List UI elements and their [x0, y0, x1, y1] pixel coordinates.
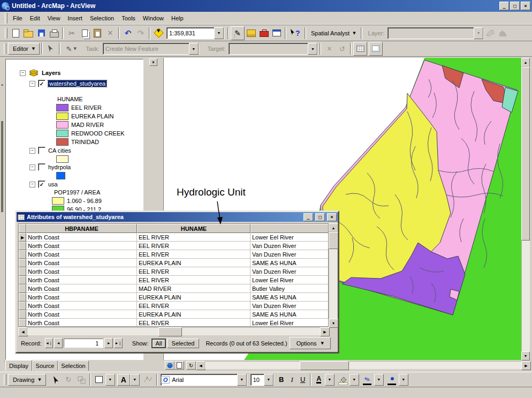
show-all-button[interactable]: All — [151, 339, 165, 348]
title-bar[interactable]: Untitled - ArcMap - ArcView _ □ × — [0, 0, 532, 12]
legend-swatch-eureka-plain[interactable] — [56, 112, 69, 120]
scrollbar-thumb[interactable] — [521, 67, 530, 241]
h-scrollbar-thumb[interactable] — [300, 361, 349, 370]
row-selector[interactable] — [19, 250, 26, 259]
tab-source[interactable]: Source — [32, 361, 58, 371]
next-record-button[interactable]: ► — [104, 338, 113, 348]
toc-layer-usa[interactable]: ✓ usa — [29, 181, 58, 188]
menu-file[interactable]: File — [9, 13, 26, 23]
table-horizontal-scrollbar[interactable] — [18, 327, 337, 335]
table-vertical-scrollbar[interactable] — [329, 223, 337, 327]
print-button[interactable] — [48, 27, 60, 40]
table-row[interactable]: ▶ North Coast EEL RIVER Lower Eel River — [19, 233, 328, 242]
shape-tool-dropdown[interactable] — [105, 374, 115, 386]
toc-layer-watershed[interactable]: ✓ watershed_studyarea — [29, 80, 107, 87]
underline-button[interactable]: U — [298, 373, 308, 386]
scale-dropdown-button[interactable] — [214, 27, 224, 39]
ca-cities-checkbox[interactable] — [38, 147, 45, 154]
toolbar-close-button[interactable]: × — [149, 58, 157, 66]
marker-color-button[interactable] — [386, 373, 399, 386]
table-row[interactable]: North Coast EEL RIVER Van Duzen River — [19, 267, 328, 276]
table-row[interactable]: North Coast EEL RIVER Van Duzen River — [19, 242, 328, 250]
line-color-button[interactable]: ✎ — [361, 373, 374, 386]
collapse-icon[interactable] — [20, 70, 26, 76]
collapse-icon[interactable] — [29, 81, 35, 87]
map-vertical-scrollbar[interactable] — [521, 58, 530, 360]
previous-record-button[interactable]: ◄ — [54, 338, 63, 348]
open-button[interactable] — [22, 27, 35, 40]
tab-display[interactable]: Display — [5, 360, 32, 371]
copy-button[interactable] — [78, 27, 91, 40]
paste-button[interactable] — [91, 27, 104, 40]
table-h-thumb[interactable] — [158, 327, 182, 336]
data-view-button[interactable] — [165, 361, 174, 370]
table-row[interactable]: North Coast MAD RIVER Butler Valley — [19, 284, 328, 293]
show-selected-button[interactable]: Selected — [167, 339, 200, 348]
legend-swatch-redwood-creek[interactable] — [56, 130, 69, 137]
toc-root-label[interactable]: Layers — [42, 70, 60, 76]
table-scroll-down[interactable] — [329, 319, 338, 328]
scroll-up-button[interactable] — [521, 58, 530, 67]
menu-window[interactable]: Window — [139, 13, 168, 23]
table-row[interactable]: North Coast EUREKA PLAIN SAME AS HUNA — [19, 310, 328, 319]
legend-swatch-hydrpola[interactable] — [56, 172, 65, 179]
toc-layer-hydrpola[interactable]: hydrpola — [29, 163, 71, 171]
layer-name-ca-cities[interactable]: CA cities — [48, 147, 71, 154]
scroll-down-button[interactable] — [521, 351, 530, 361]
maximize-button[interactable]: □ — [510, 2, 520, 10]
minimize-button[interactable]: _ — [499, 2, 509, 10]
fill-color-button[interactable] — [337, 373, 349, 386]
options-button[interactable]: Options ▼ — [290, 337, 331, 349]
table-row[interactable]: North Coast EUREKA PLAIN SAME AS HUNA — [19, 293, 328, 302]
command-window-button[interactable] — [270, 27, 283, 40]
tab-selection[interactable]: Selection — [58, 361, 89, 371]
legend-swatch-mad-river[interactable] — [56, 121, 69, 129]
shape-tool-button[interactable] — [93, 373, 105, 386]
layer-name-usa[interactable]: usa — [48, 181, 58, 187]
row-selector[interactable] — [19, 284, 26, 293]
save-button[interactable] — [35, 27, 48, 40]
sketch-properties-button[interactable] — [369, 42, 383, 56]
table-row[interactable]: North Coast EEL RIVER Lower Eel River — [19, 319, 328, 327]
legend-swatch-ca-cities[interactable] — [56, 155, 69, 163]
font-dropdown-button[interactable] — [237, 374, 247, 386]
toc-root-row[interactable]: Layers — [20, 69, 60, 77]
cut-button[interactable]: ✂ — [65, 27, 78, 40]
toc-layer-ca-cities[interactable]: CA cities — [29, 147, 71, 154]
row-selector[interactable] — [19, 276, 26, 284]
layer-name-watershed[interactable]: watershed_studyarea — [48, 80, 107, 87]
row-selector[interactable] — [19, 293, 26, 302]
hydrpola-checkbox[interactable] — [38, 163, 45, 171]
new-map-button[interactable] — [9, 27, 22, 40]
spatial-analyst-menu[interactable]: Spatial Analyst ▼ — [308, 28, 359, 38]
record-number-input[interactable]: 1 — [64, 339, 103, 348]
row-selector-current[interactable]: ▶ — [19, 233, 26, 242]
usa-checkbox[interactable]: ✓ — [38, 181, 45, 188]
legend-swatch-usa-class1[interactable] — [52, 197, 64, 205]
menu-selection[interactable]: Selection — [86, 13, 118, 23]
italic-button[interactable]: I — [287, 373, 298, 386]
scroll-right-button[interactable] — [521, 361, 531, 370]
collapse-icon[interactable] — [29, 164, 35, 170]
arctoolbox-button[interactable] — [257, 27, 270, 40]
column-header-partial[interactable] — [250, 224, 329, 233]
row-selector[interactable] — [19, 319, 26, 327]
table-close-button[interactable]: × — [327, 213, 337, 221]
delete-button[interactable]: ✕ — [104, 27, 117, 40]
whats-this-button[interactable]: ? — [288, 27, 303, 40]
undo-button[interactable]: ↶ — [121, 27, 134, 40]
row-selector[interactable] — [19, 242, 26, 250]
font-combo[interactable]: O Arial — [161, 374, 247, 386]
attributes-button[interactable] — [353, 42, 367, 56]
row-selector[interactable] — [19, 310, 26, 319]
row-selector[interactable] — [19, 267, 26, 276]
column-header-huname[interactable]: HUNAME — [137, 224, 250, 233]
attribute-table-titlebar[interactable]: Attributes of watershed_studyarea _ □ × — [17, 212, 338, 222]
legend-swatch-trinidad[interactable] — [56, 138, 69, 146]
marker-color-dropdown[interactable] — [399, 374, 408, 386]
menu-grip[interactable] — [5, 13, 7, 24]
legend-swatch-eel-river[interactable] — [56, 104, 69, 111]
menu-tools[interactable]: Tools — [118, 13, 139, 23]
map-scale-combo[interactable]: 1:359,831 — [166, 27, 224, 39]
table-row[interactable]: North Coast EEL RIVER Lower Eel River — [19, 276, 328, 284]
